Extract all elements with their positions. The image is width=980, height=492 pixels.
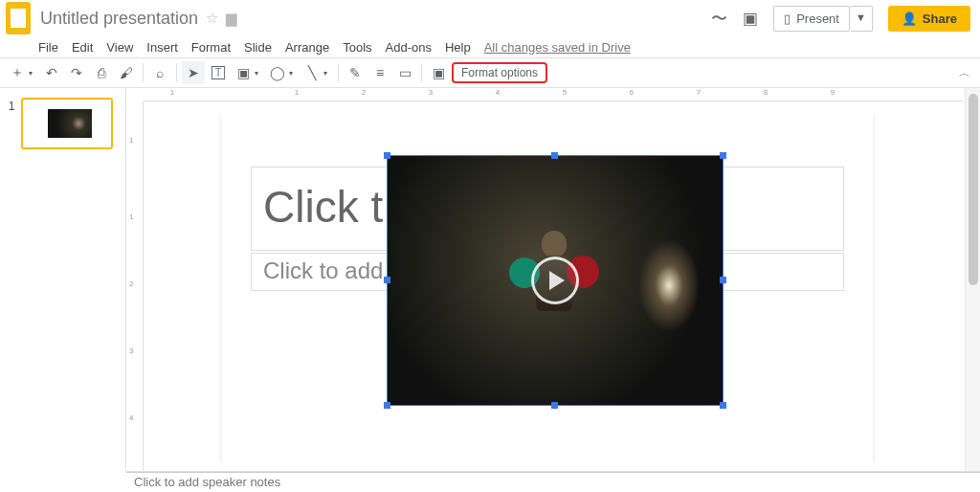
pen-button[interactable]: ✎ xyxy=(344,61,367,84)
main-area: 1 1 1 2 3 4 5 6 7 8 9 1 1 2 3 4 5 Cli xyxy=(0,88,980,471)
menu-tools[interactable]: Tools xyxy=(343,40,371,55)
vertical-scrollbar[interactable] xyxy=(965,88,980,471)
menu-slide[interactable]: Slide xyxy=(244,40,272,55)
redo-button[interactable]: ↷ xyxy=(65,61,88,84)
ruler-tick: 4 xyxy=(496,88,500,97)
menu-edit[interactable]: Edit xyxy=(72,40,93,55)
horizontal-ruler[interactable]: 1 1 2 3 4 5 6 7 8 9 xyxy=(144,88,963,101)
ruler-tick: 1 xyxy=(170,88,174,97)
menu-insert[interactable]: Insert xyxy=(146,40,178,55)
new-slide-button[interactable]: ＋ xyxy=(6,61,29,84)
slide-number: 1 xyxy=(6,100,17,113)
resize-handle-tm[interactable] xyxy=(551,152,558,159)
menu-bar: File Edit View Insert Format Slide Arran… xyxy=(0,36,980,57)
mask-button[interactable]: ▭ xyxy=(393,61,416,84)
slide-canvas[interactable]: Click t Click to add xyxy=(222,107,873,471)
app-logo[interactable] xyxy=(6,2,31,34)
slide-thumb[interactable]: 1 xyxy=(6,98,120,149)
print-button[interactable]: ⎙ xyxy=(90,61,113,84)
image-button[interactable]: ▣ xyxy=(232,61,255,84)
resize-handle-tl[interactable] xyxy=(384,152,390,159)
doc-title[interactable]: Untitled presentation xyxy=(40,9,198,29)
video-object[interactable] xyxy=(387,155,724,406)
resize-handle-mr[interactable] xyxy=(720,277,726,283)
menu-arrange[interactable]: Arrange xyxy=(285,40,329,55)
star-icon[interactable]: ☆ xyxy=(206,10,218,27)
ruler-tick: 9 xyxy=(831,88,835,97)
select-tool[interactable]: ➤ xyxy=(182,61,205,84)
title-bar: Untitled presentation ☆ ▆ 〜 ▣ ▯ Present … xyxy=(0,0,980,36)
menu-addons[interactable]: Add-ons xyxy=(386,40,432,55)
line-button[interactable]: ╲ xyxy=(301,61,323,84)
menu-view[interactable]: View xyxy=(106,40,133,55)
ruler-tick: 5 xyxy=(563,88,567,97)
present-label: Present xyxy=(796,11,839,26)
vertical-ruler[interactable]: 1 1 2 3 4 5 xyxy=(126,101,144,471)
menu-help[interactable]: Help xyxy=(445,40,471,55)
line-dropdown[interactable]: ▾ xyxy=(323,69,333,78)
separator xyxy=(143,63,144,82)
share-button[interactable]: 👤 Share xyxy=(888,6,970,32)
textbox-button[interactable]: 🅃 xyxy=(207,61,230,84)
ruler-tick: 4 xyxy=(129,414,133,422)
resize-handle-tr[interactable] xyxy=(720,152,726,159)
speaker-notes[interactable]: Click to add speaker notes xyxy=(126,472,980,492)
present-dropdown[interactable]: ▼ xyxy=(850,6,873,32)
collapse-toolbar-icon[interactable]: ︿ xyxy=(959,65,970,81)
ruler-tick: 2 xyxy=(129,280,133,288)
resize-handle-ml[interactable] xyxy=(384,277,390,283)
ruler-tick: 1 xyxy=(129,212,133,221)
separator xyxy=(338,63,339,82)
activity-icon[interactable]: 〜 xyxy=(711,8,727,30)
ruler-tick: 2 xyxy=(362,88,366,97)
ruler-tick: 1 xyxy=(129,136,133,145)
save-status[interactable]: All changes saved in Drive xyxy=(484,40,631,55)
ruler-tick: 3 xyxy=(429,88,433,97)
present-button[interactable]: ▯ Present xyxy=(773,6,850,32)
scrollbar-thumb[interactable] xyxy=(969,94,978,285)
ruler-tick: 3 xyxy=(129,347,133,355)
comments-icon[interactable]: ▣ xyxy=(743,9,758,29)
present-icon: ▯ xyxy=(784,11,791,26)
resize-handle-bl[interactable] xyxy=(384,402,390,409)
canvas-area: 1 1 2 3 4 5 6 7 8 9 1 1 2 3 4 5 Click t … xyxy=(126,88,980,471)
format-options-button[interactable]: Format options xyxy=(452,62,547,83)
resize-handle-bm[interactable] xyxy=(551,402,558,409)
toolbar: ＋ ▾ ↶ ↷ ⎙ 🖌 ⌕ ➤ 🅃 ▣ ▾ ◯ ▾ ╲ ▾ ✎ ≡ ▭ ▣ Fo… xyxy=(0,57,980,88)
ruler-tick: 1 xyxy=(295,88,299,97)
person-icon: 👤 xyxy=(902,11,917,26)
undo-button[interactable]: ↶ xyxy=(40,61,63,84)
thumb-video-preview xyxy=(48,109,92,138)
separator xyxy=(176,63,177,82)
slide-thumbnail[interactable] xyxy=(21,98,113,149)
share-label: Share xyxy=(923,11,957,26)
comment-button[interactable]: ▣ xyxy=(427,61,450,84)
ruler-tick: 8 xyxy=(764,88,768,97)
image-dropdown[interactable]: ▾ xyxy=(255,69,264,78)
align-button[interactable]: ≡ xyxy=(368,61,391,84)
separator xyxy=(421,63,422,82)
shape-button[interactable]: ◯ xyxy=(266,61,289,84)
zoom-button[interactable]: ⌕ xyxy=(148,61,171,84)
ruler-tick: 7 xyxy=(697,88,701,97)
move-folder-icon[interactable]: ▆ xyxy=(226,10,237,27)
ruler-tick: 6 xyxy=(630,88,634,97)
menu-file[interactable]: File xyxy=(38,40,58,55)
new-slide-dropdown[interactable]: ▾ xyxy=(29,69,38,78)
menu-format[interactable]: Format xyxy=(191,40,231,55)
resize-handle-br[interactable] xyxy=(720,402,726,409)
paint-format-button[interactable]: 🖌 xyxy=(115,61,138,84)
play-icon[interactable] xyxy=(531,257,579,304)
slide-panel: 1 xyxy=(0,88,126,471)
shape-dropdown[interactable]: ▾ xyxy=(289,69,299,78)
